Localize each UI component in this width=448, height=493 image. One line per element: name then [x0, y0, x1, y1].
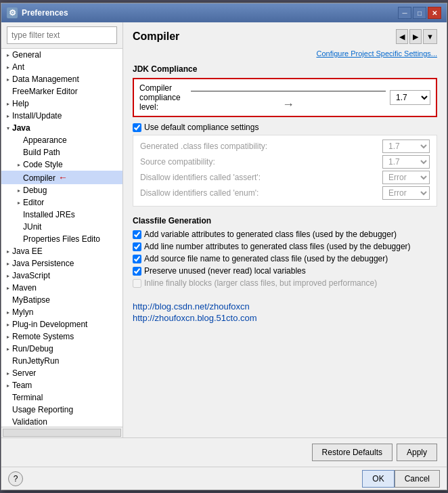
tree-item-usage-reporting[interactable]: Usage Reporting [1, 404, 122, 416]
compliance-arrow: ————————————————→ [191, 83, 386, 112]
tree-arrow-icon: ▸ [4, 320, 12, 328]
checkbox-3[interactable] [133, 267, 141, 276]
tree-item-maven[interactable]: ▸Maven [1, 282, 122, 294]
checkbox-label-2: Add source file name to generated class … [144, 254, 388, 263]
tree-arrow-icon: ▸ [4, 112, 12, 120]
field-select-3[interactable]: Error [382, 186, 430, 200]
tree-item-junit[interactable]: JUnit [1, 221, 122, 233]
back-button[interactable]: ◀ [396, 29, 408, 44]
tree-item-general[interactable]: ▸General [1, 49, 122, 61]
ok-button[interactable]: OK [362, 470, 394, 488]
checkbox-label-1: Add line number attributes to generated … [144, 242, 411, 251]
left-panel: ▸General▸Ant▸Data ManagementFreeMarker E… [1, 22, 123, 437]
tree-item-java-persistence[interactable]: ▸Java Persistence [1, 257, 122, 270]
search-bar [1, 22, 122, 49]
tree-arrow-icon: ▸ [15, 186, 23, 194]
tree-item-java-ee[interactable]: ▸Java EE [1, 245, 122, 257]
use-default-label: Use default compliance settings [144, 123, 259, 132]
tree-item-remote-systems[interactable]: ▸Remote Systems [1, 330, 122, 343]
tree-item-editor[interactable]: ▸Editor [1, 196, 122, 209]
field-select-1[interactable]: 1.7 [382, 155, 430, 169]
tree-item-code-style[interactable]: ▸Code Style [1, 158, 122, 171]
tree-item-javascript[interactable]: ▸JavaScript [1, 270, 122, 282]
tree-arrow-icon [15, 223, 23, 231]
tree-arrow-icon [15, 173, 23, 181]
configure-link[interactable]: Configure Project Specific Settings... [133, 49, 437, 58]
horizontal-scrollbar[interactable] [3, 429, 121, 437]
tree-item-label: Terminal [12, 393, 43, 402]
tree-item-label: Properties Files Edito [23, 234, 100, 244]
tree-item-label: Data Management [12, 74, 79, 84]
tree-item-help[interactable]: ▸Help [1, 98, 122, 110]
classfile-section: Classfile Generation Add variable attrib… [133, 216, 437, 291]
field-select-2[interactable]: Error [382, 171, 430, 184]
field-row-0: Generated .class files compatibility: 1.… [140, 140, 430, 153]
tree-arrow-icon: ▸ [4, 308, 12, 316]
tree-item-validation[interactable]: Validation [1, 416, 122, 427]
tree-item-label: MyBatipse [12, 295, 50, 305]
right-panel: Compiler ◀ ▶ ▼ Configure Project Specifi… [123, 22, 447, 437]
tree-arrow-icon [15, 136, 23, 144]
tree-item-appearance[interactable]: Appearance [1, 134, 122, 146]
cancel-button[interactable]: Cancel [395, 470, 440, 488]
field-label-3: Disallow identifiers called 'enum': [140, 188, 378, 198]
tree-item-mylyn[interactable]: ▸Mylyn [1, 306, 122, 318]
tree-area: ▸General▸Ant▸Data ManagementFreeMarker E… [1, 49, 122, 427]
tree-arrow-icon: ▸ [4, 381, 12, 389]
tree-item-java[interactable]: ▾Java [1, 122, 122, 134]
tree-item-data-management[interactable]: ▸Data Management [1, 73, 122, 85]
forward-button[interactable]: ▶ [409, 29, 422, 44]
use-default-checkbox[interactable] [133, 123, 141, 132]
tree-item-label: Help [12, 99, 29, 108]
maximize-button[interactable]: □ [413, 7, 426, 19]
link-0[interactable]: http://blog.csdn.net/zhoufoxcn [133, 301, 437, 312]
tree-arrow-icon: ▸ [4, 284, 12, 292]
tree-arrow-icon: ▸ [4, 272, 12, 280]
field-row-1: Source compatibility: 1.7 [140, 155, 430, 169]
restore-defaults-button[interactable]: Restore Defaults [312, 444, 393, 461]
tree-item-properties-files[interactable]: Properties Files Edito [1, 233, 122, 245]
tree-item-freemarker-editor[interactable]: FreeMarker Editor [1, 85, 122, 98]
tree-item-debug[interactable]: ▸Debug [1, 184, 122, 196]
tree-arrow-icon: ▸ [4, 63, 12, 71]
highlight-arrow-icon: ← [55, 172, 68, 183]
tree-item-run-jetty-run[interactable]: RunJettyRun [1, 355, 122, 367]
checkbox-0[interactable] [133, 230, 141, 239]
field-select-0[interactable]: 1.7 [382, 140, 430, 153]
checkbox-label-3: Preserve unused (never read) local varia… [144, 266, 306, 276]
tree-item-ant[interactable]: ▸Ant [1, 61, 122, 73]
tree-item-installed-jres[interactable]: Installed JREs [1, 209, 122, 221]
tree-item-terminal[interactable]: Terminal [1, 391, 122, 404]
tree-item-server[interactable]: ▸Server [1, 367, 122, 379]
nav-buttons: ◀ ▶ ▼ [396, 29, 437, 44]
field-label-0: Generated .class files compatibility: [140, 142, 378, 151]
tree-item-mybatipse[interactable]: MyBatipse [1, 294, 122, 306]
checkbox-1[interactable] [133, 242, 141, 251]
field-label-2: Disallow identifiers called 'assert': [140, 173, 378, 182]
tree-item-compiler[interactable]: Compiler ← [1, 171, 122, 184]
compliance-select[interactable]: 1.7 1.6 1.5 1.4 1.3 [390, 90, 430, 105]
tree-item-install-update[interactable]: ▸Install/Update [1, 110, 122, 122]
tree-item-team[interactable]: ▸Team [1, 379, 122, 391]
window-icon: ⚙ [7, 7, 18, 18]
tree-item-build-path[interactable]: Build Path [1, 146, 122, 158]
tree-item-label: FreeMarker Editor [12, 87, 78, 96]
tree-item-run-debug[interactable]: ▸Run/Debug [1, 343, 122, 355]
checkbox-4[interactable] [133, 279, 141, 288]
tree-arrow-icon: ▸ [4, 100, 12, 108]
close-button[interactable]: ✕ [428, 7, 441, 19]
tree-item-plugin-development[interactable]: ▸Plug-in Development [1, 318, 122, 330]
apply-button[interactable]: Apply [397, 444, 437, 461]
tree-item-label: Remote Systems [12, 332, 74, 341]
tree-arrow-icon [4, 406, 12, 414]
search-input[interactable] [7, 26, 117, 44]
field-row-3: Disallow identifiers called 'enum': Erro… [140, 186, 430, 200]
link-1[interactable]: http://zhoufoxcn.blog.51cto.com [133, 313, 437, 323]
minimize-button[interactable]: ─ [398, 7, 411, 19]
tree-arrow-icon: ▸ [4, 259, 12, 267]
tree-item-label: Java [12, 123, 30, 133]
dropdown-button[interactable]: ▼ [423, 29, 437, 44]
restore-apply-bar: Restore Defaults Apply [1, 437, 447, 467]
checkbox-2[interactable] [133, 255, 141, 263]
help-button[interactable]: ? [8, 471, 23, 486]
